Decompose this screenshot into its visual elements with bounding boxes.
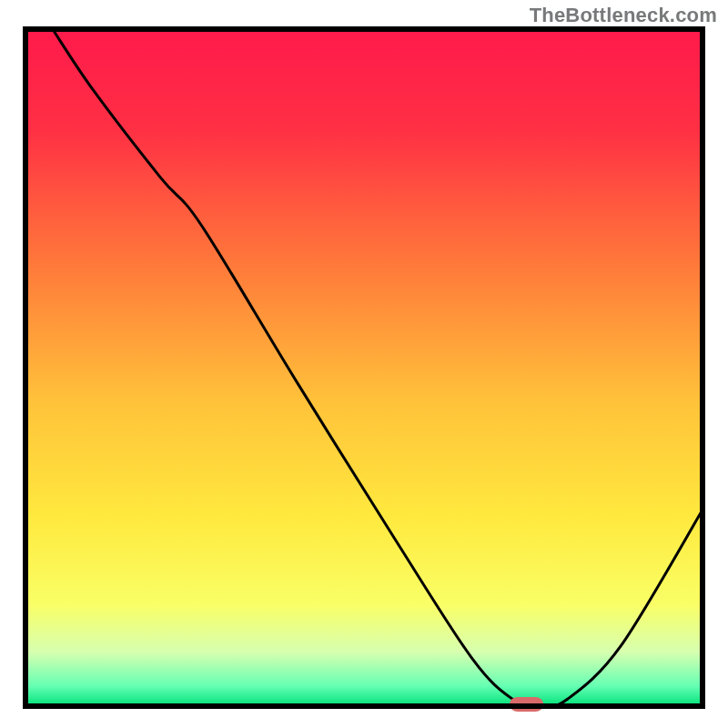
gradient-background bbox=[25, 29, 703, 706]
watermark-text: TheBottleneck.com bbox=[530, 4, 717, 27]
bottleneck-chart bbox=[0, 0, 728, 728]
